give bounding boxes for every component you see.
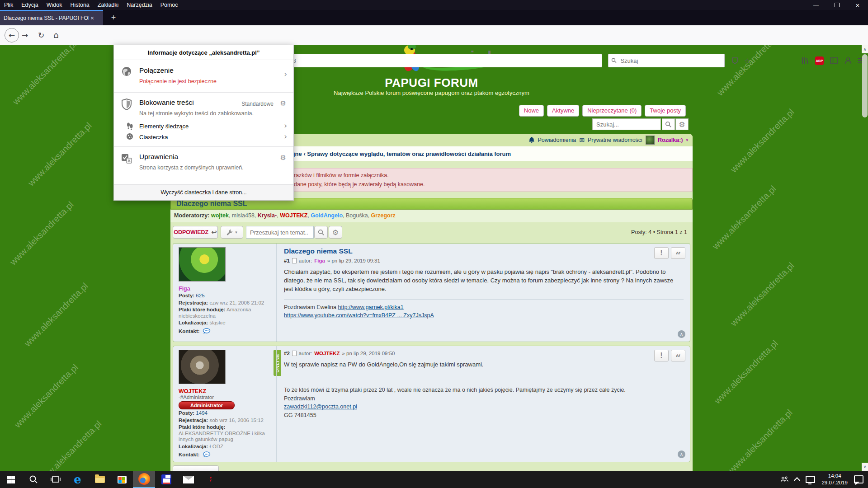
moderator-link[interactable]: GoldAngelo <box>311 212 346 219</box>
browser-search-field[interactable] <box>608 54 725 67</box>
new-posts-button[interactable]: Nowe <box>519 105 544 117</box>
scrollbar-up-arrow[interactable]: ∧ <box>862 45 868 53</box>
author-name-link[interactable]: WOJTEKZ <box>179 388 272 394</box>
message-bubble-icon[interactable] <box>203 451 211 458</box>
scrollbar-down-arrow[interactable]: ∨ <box>862 463 868 471</box>
signature-email-link[interactable]: zawadzki112@poczta.onet.pl <box>284 404 357 410</box>
watermark-text: www.aleksandretta.pl <box>13 362 80 430</box>
home-button[interactable]: ⌂ <box>53 30 59 40</box>
topic-search-input[interactable] <box>249 229 311 236</box>
mail-app-taskbar-icon[interactable] <box>177 471 199 488</box>
active-topics-button[interactable]: Aktywne <box>547 105 579 117</box>
browser-search-input[interactable] <box>619 57 724 65</box>
chevron-right-icon[interactable]: › <box>284 121 287 130</box>
menu-pomoc[interactable]: Pomoc <box>156 0 182 10</box>
message-bubble-icon[interactable] <box>203 328 211 334</box>
close-button[interactable]: × <box>847 0 868 10</box>
menu-zakladki[interactable]: Zakładki <box>94 0 123 10</box>
moderator-link[interactable]: Grzegorz <box>371 212 396 219</box>
menu-historia[interactable]: Historia <box>66 0 93 10</box>
scrollbar-thumb[interactable] <box>862 54 868 117</box>
firefox-taskbar-icon[interactable] <box>133 471 155 488</box>
forum-search-field[interactable] <box>592 118 661 130</box>
private-messages-link[interactable]: Prywatne wiadomości <box>588 137 642 143</box>
back-to-top-button[interactable]: ∧ <box>678 330 685 338</box>
tab-active[interactable]: Dlaczego niema SSL - PAPUGI FORU × <box>0 10 103 25</box>
avatar[interactable] <box>179 247 226 282</box>
quote-button[interactable]: “ <box>671 247 685 259</box>
moderator-link[interactable]: Boguśka <box>346 212 371 219</box>
chevron-right-icon[interactable]: › <box>284 132 287 141</box>
menu-plik[interactable]: Plik <box>0 0 17 10</box>
bottom-reply-button-partial[interactable] <box>173 465 219 471</box>
unread-posts-button[interactable]: Nieprzeczytane (0) <box>582 105 642 117</box>
author-name-link[interactable]: Figa <box>179 286 272 292</box>
report-button[interactable]: ! <box>654 350 669 361</box>
clear-cookies-button[interactable]: Wyczyść ciasteczka i dane stron... <box>114 184 293 200</box>
chevron-right-icon[interactable]: › <box>284 70 287 79</box>
moderator-link[interactable]: wojtek <box>211 212 232 219</box>
menu-widok[interactable]: Widok <box>42 0 66 10</box>
tab-close-icon[interactable]: × <box>90 14 94 22</box>
moderator-link[interactable]: Krysia- <box>258 212 280 219</box>
taskbar-search-button[interactable] <box>22 471 44 488</box>
gear-icon[interactable]: ⚙ <box>280 99 286 108</box>
avatar[interactable] <box>179 350 226 384</box>
pocket-icon[interactable] <box>732 57 738 64</box>
taskbar-clock[interactable]: 14:04 29.07.2019 <box>821 473 848 486</box>
people-icon[interactable] <box>780 476 788 483</box>
network-icon[interactable] <box>806 476 815 483</box>
reload-button[interactable]: ↻ <box>38 31 44 40</box>
forum-search-settings-button[interactable]: ⚙ <box>675 118 689 130</box>
user-avatar[interactable] <box>646 136 655 145</box>
topic-tools-button[interactable]: ▾ <box>221 226 243 239</box>
tray-chevron-up-icon[interactable] <box>794 477 800 483</box>
menu-edycja[interactable]: Edycja <box>17 0 42 10</box>
cookies-item[interactable]: Ciasteczka <box>139 134 168 141</box>
topic-search-field[interactable] <box>246 226 314 239</box>
topic-search-button[interactable] <box>314 226 328 239</box>
breadcrumb[interactable]: jne ‹ Sprawy dotyczące wyglądu, tematów … <box>293 150 511 157</box>
username-menu[interactable]: Rozalka:) <box>658 137 683 143</box>
store-taskbar-icon[interactable] <box>111 471 133 488</box>
edge-taskbar-icon[interactable]: e <box>66 471 89 488</box>
file-explorer-taskbar-icon[interactable] <box>89 471 111 488</box>
topic-settings-button[interactable]: ⚙ <box>329 226 342 239</box>
notification-center-icon[interactable] <box>854 475 863 483</box>
post-author-link[interactable]: WOJTEKZ <box>314 351 340 356</box>
topic-title[interactable]: Dlaczego niema SSL <box>176 200 247 208</box>
back-to-top-button[interactable]: ∧ <box>678 450 685 458</box>
reply-button[interactable]: ODPOWIEDZ ↩ <box>173 226 218 239</box>
new-tab-button[interactable]: + <box>107 10 120 25</box>
menu-narzedzia[interactable]: Narzędzia <box>123 0 156 10</box>
adblock-plus-icon[interactable]: ABP <box>815 56 824 65</box>
your-posts-button[interactable]: Twoje posty <box>645 105 686 117</box>
bookmark-star-icon[interactable]: ☆ <box>744 56 750 65</box>
signature-link[interactable]: https://www.youtube.com/watch?v=fmxB4PZ … <box>284 312 434 319</box>
library-icon[interactable] <box>801 57 809 64</box>
sidebars-icon[interactable] <box>830 57 838 64</box>
report-button[interactable]: ! <box>654 247 669 259</box>
start-button[interactable] <box>0 471 22 488</box>
pagination[interactable]: Posty: 4 • Strona 1 z 1 <box>631 229 687 235</box>
task-view-button[interactable] <box>44 471 66 488</box>
forum-search-button[interactable] <box>662 118 675 130</box>
notifications-link[interactable]: Powiadomienia <box>538 137 576 143</box>
signature-link[interactable]: http://www.garnek.pl/kika1 <box>338 304 404 310</box>
chevron-down-icon[interactable]: ▾ <box>686 138 688 142</box>
back-button[interactable]: ← <box>5 28 19 42</box>
forum-search-input[interactable] <box>595 121 658 128</box>
floppy-app-taskbar-icon[interactable] <box>155 471 177 488</box>
account-icon[interactable] <box>844 57 852 64</box>
quote-button[interactable]: “ <box>671 350 685 361</box>
maximize-button[interactable] <box>826 0 847 10</box>
forward-button[interactable]: → <box>22 31 28 40</box>
gear-icon[interactable]: ⚙ <box>280 154 286 162</box>
post-author-link[interactable]: Figa <box>314 258 325 263</box>
red-app-taskbar-icon[interactable] <box>199 471 222 488</box>
moderator-link[interactable]: misia458 <box>232 212 258 219</box>
post-title-link[interactable]: Dlaczego niema SSL <box>284 247 684 255</box>
moderator-link[interactable]: WOJTEKZ <box>280 212 311 219</box>
trackers-item[interactable]: Elementy śledzące <box>139 123 189 130</box>
minimize-button[interactable]: — <box>806 0 826 10</box>
